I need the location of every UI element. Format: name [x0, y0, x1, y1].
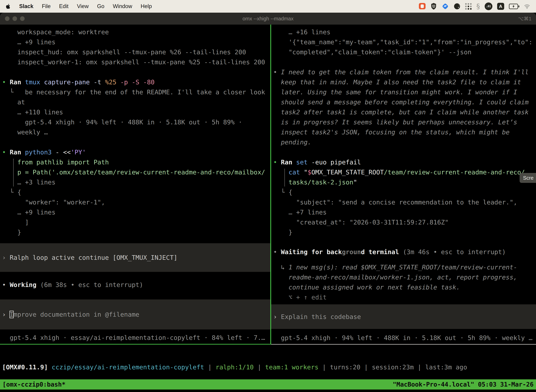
- prompt-input-right[interactable]: › Explain this codebase: [271, 304, 536, 329]
- bullet-icon: •: [2, 149, 10, 156]
- menu-left: Slack File Edit View Go Window Help: [6, 3, 152, 9]
- tmux-host-clock: "MacBook-Pro-44.local" 05:03 31-Mar-26: [393, 381, 534, 388]
- menu-item-help[interactable]: Help: [141, 3, 152, 9]
- terminal-line: cat "$OMX_TEAM_STATE_ROOT/team/review-cu…: [273, 167, 536, 177]
- ralph-status-banner: › Ralph loop active continue [OMX_TMUX_I…: [0, 243, 270, 272]
- omx-status-line: [OMX#0.11.9] cczip/essay/ai-reimplementa…: [0, 362, 536, 372]
- terminal-line: … +7 lines: [273, 207, 536, 217]
- waiting-status-line: • Waiting for background terminal (3m 46…: [273, 247, 536, 257]
- squiggle-icon[interactable]: §: [476, 3, 480, 10]
- arrow-icon: ↳: [273, 264, 289, 271]
- working-status-line: • Working (6m 38s • esc to interrupt): [2, 280, 270, 290]
- apple-menu-icon[interactable]: [6, 4, 11, 9]
- terminal-line: }: [2, 227, 270, 237]
- branch-end-icon: └: [2, 189, 17, 196]
- terminal-line: … +16 lines: [273, 27, 536, 37]
- terminal-line: weekly …: [2, 127, 270, 137]
- wifi-icon[interactable]: [524, 4, 530, 9]
- prompt-icon: ›: [2, 311, 10, 318]
- bullet-icon: •: [273, 248, 281, 256]
- menu-item-edit[interactable]: Edit: [59, 3, 68, 9]
- tmux-session-name: [omx-cczip0:bash*: [2, 381, 65, 388]
- window-title-bar: omx --xhigh --madmax ⌥⌘1: [0, 13, 536, 25]
- shield-grid-icon[interactable]: [431, 3, 437, 10]
- window-footer: [0, 390, 536, 392]
- chat-app-icon[interactable]: [419, 3, 426, 10]
- window-title: omx --xhigh --madmax: [0, 16, 536, 22]
- bullet-icon: •: [273, 159, 281, 166]
- omx-turns: turns:20: [330, 364, 360, 371]
- terminal-line: … +3 lines: [2, 177, 270, 187]
- thinking-line: is in progress? It seems likely but perh…: [273, 117, 536, 127]
- terminal-line: at: [2, 97, 270, 107]
- menu-bar-status-icons: § ..61 A: [419, 2, 530, 10]
- tab-shortcut-hint: ⌥⌘1: [518, 16, 536, 22]
- menu-item-view[interactable]: View: [77, 3, 89, 9]
- pane-hud-left: workspace_mode: worktree … +9 lines insp…: [0, 25, 270, 345]
- terminal-line: inspect_hud: omx sparkshell --tmux-pane …: [2, 47, 270, 57]
- recording-count-badge-icon[interactable]: ..61: [485, 2, 492, 10]
- terminal-line: "subject": "send a concise recommendatio…: [273, 197, 536, 207]
- terminal-line: workspace_mode: worktree: [2, 27, 270, 37]
- pane-worker-right: … +16 lines '{"team_name":"my-team","tas…: [271, 25, 536, 345]
- thinking-line: pending.: [273, 137, 536, 147]
- bullet-icon: •: [2, 79, 10, 86]
- thinking-line: later. Using the same for transition mig…: [273, 87, 536, 97]
- omx-team-counter: team:1 workers: [265, 364, 318, 371]
- terminal-line: "worker": "worker-1",: [2, 197, 270, 207]
- omx-repo: cczip/essay/ai-reimplementation-copyleft: [52, 364, 204, 371]
- terminal-line: '{"team_name":"my-team","task_id":"1","f…: [273, 37, 536, 47]
- macos-menu-bar: Slack File Edit View Go Window Help: [0, 0, 536, 13]
- terminal-line: p = Path('.omx/state/team/review-current…: [2, 167, 270, 177]
- omx-version: [OMX#0.11.9]: [2, 364, 48, 371]
- agent-status-line: gpt-5.4 xhigh · 94% left · 488K in · 5.1…: [273, 333, 536, 343]
- terminal-window: omx --xhigh --madmax ⌥⌘1 workspace_mode:…: [0, 13, 536, 392]
- omx-last-activity: last:3m ago: [425, 364, 467, 371]
- blue-badge-icon[interactable]: [442, 3, 449, 10]
- prompt-icon: ›: [2, 254, 10, 261]
- terminal-line: "completed","claim_token":"claim-token"}…: [273, 47, 536, 57]
- command-body: cat "$OMX_TEAM_STATE_ROOT/team/review-cu…: [273, 167, 536, 187]
- terminal-line: "created_at": "2026-03-31T11:59:27.816Z": [273, 217, 536, 227]
- menu-item-window[interactable]: Window: [113, 3, 132, 9]
- menu-item-go[interactable]: Go: [97, 3, 104, 9]
- mailbox-message-line: readme-and-reco/mailbox/worker-1.json, a…: [273, 272, 536, 282]
- terminal-line: └ be necessary for the end of the README…: [2, 87, 270, 97]
- terminal-line: gpt-5.4 xhigh · 94% left · 488K in · 5.1…: [2, 117, 270, 127]
- terminal-line: … +110 lines: [2, 107, 270, 117]
- branch-end-icon: └: [273, 189, 289, 196]
- dots-grid-icon[interactable]: [465, 3, 472, 10]
- agent-status-line: gpt-5.4 xhigh · essay/ai-reimplementatio…: [2, 333, 270, 343]
- thinking-line: • I need to get the claim token from the…: [273, 67, 536, 77]
- edge-tooltip: Scre: [520, 173, 536, 183]
- bullet-icon: •: [2, 281, 10, 288]
- omx-ralph-counter: ralph:1/10: [215, 364, 254, 371]
- mailbox-message-line: ↳ 1 new msg(s): read $OMX_TEAM_STATE_ROO…: [273, 262, 536, 272]
- terminal-line: tasks/task-2.json": [273, 177, 536, 187]
- menu-item-file[interactable]: File: [42, 3, 51, 9]
- pie-app-icon[interactable]: [454, 3, 460, 10]
- terminal-line: … +9 lines: [2, 207, 270, 217]
- ran-command-line: • Ran python3 - <<'PY': [2, 147, 270, 157]
- prompt-input-left[interactable]: › Improve documentation in @filename: [0, 299, 270, 330]
- bullet-icon: •: [273, 69, 281, 76]
- menu-item-app[interactable]: Slack: [19, 3, 34, 9]
- edit-shortcut-hint: ⌥ + ↑ edit: [273, 292, 536, 302]
- terminal-content: workspace_mode: worktree … +9 lines insp…: [0, 25, 536, 379]
- thinking-line: inspect task2's JSON, focusing on the st…: [273, 127, 536, 137]
- terminal-line: ]: [2, 217, 270, 227]
- terminal-line: inspect_worker-1: omx sparkshell --tmux-…: [2, 57, 270, 67]
- command-body: from pathlib import Path p = Path('.omx/…: [2, 157, 270, 187]
- battery-charging-icon[interactable]: [509, 4, 519, 9]
- ran-command-line: • Ran set -euo pipefail: [273, 157, 536, 167]
- tmux-status-bar: [omx-cczip0:bash* "MacBook-Pro-44.local"…: [0, 379, 536, 390]
- terminal-line: from pathlib import Path: [2, 157, 270, 167]
- omx-session-time: session:23m: [372, 364, 414, 371]
- terminal-line: └ {: [2, 187, 270, 197]
- input-source-icon[interactable]: A: [497, 3, 504, 10]
- ralph-status-text: Ralph loop active continue [OMX_TMUX_INJ…: [10, 254, 177, 261]
- thinking-line: should send a message before completing …: [273, 97, 536, 107]
- prompt-icon: ›: [273, 313, 281, 320]
- mailbox-message-line: continue assigned work or next feasible …: [273, 282, 536, 292]
- text-cursor: I: [10, 311, 14, 318]
